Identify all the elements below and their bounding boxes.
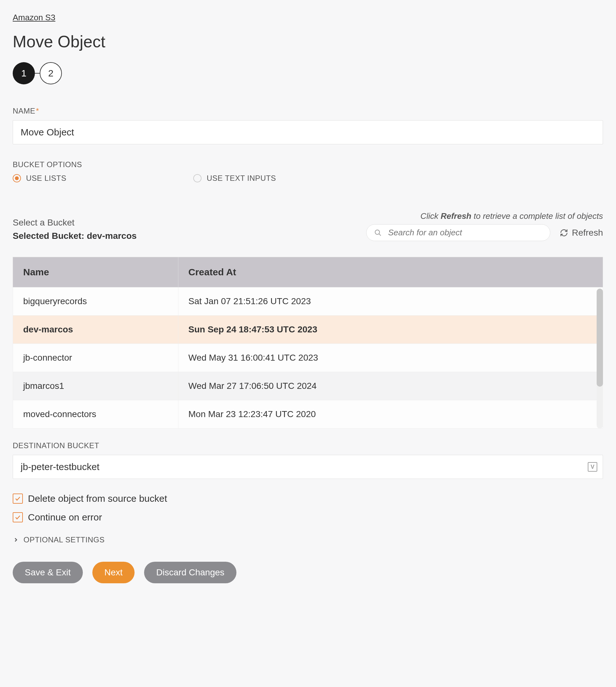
cell-name: jb-connector bbox=[13, 344, 178, 372]
required-star-icon: * bbox=[36, 107, 39, 115]
cell-created: Wed May 31 16:00:41 UTC 2023 bbox=[178, 344, 603, 372]
table-row[interactable]: moved-connectorsMon Mar 23 12:23:47 UTC … bbox=[13, 400, 603, 429]
refresh-icon bbox=[560, 229, 568, 237]
table-row[interactable]: dev-marcosSun Sep 24 18:47:53 UTC 2023 bbox=[13, 316, 603, 344]
selected-bucket-label: Selected Bucket: dev-marcos bbox=[13, 231, 137, 241]
radio-use-lists-label: USE LISTS bbox=[26, 174, 66, 183]
checkbox-icon bbox=[13, 512, 23, 522]
save-exit-button[interactable]: Save & Exit bbox=[13, 562, 83, 583]
scrollbar-thumb[interactable] bbox=[597, 289, 603, 387]
search-input[interactable] bbox=[388, 228, 542, 237]
cell-name: jbmarcos1 bbox=[13, 372, 178, 400]
checkbox-delete-source[interactable]: Delete object from source bucket bbox=[13, 493, 603, 504]
radio-use-text-inputs[interactable]: USE TEXT INPUTS bbox=[193, 174, 276, 183]
chevron-right-icon bbox=[13, 537, 19, 543]
name-label: NAME* bbox=[13, 107, 603, 115]
cell-name: moved-connectors bbox=[13, 400, 178, 429]
breadcrumb-link[interactable]: Amazon S3 bbox=[13, 13, 55, 23]
radio-icon bbox=[193, 174, 201, 182]
radio-icon bbox=[13, 174, 21, 182]
destination-bucket-input[interactable] bbox=[13, 455, 603, 479]
cell-created: Wed Mar 27 17:06:50 UTC 2024 bbox=[178, 372, 603, 400]
optional-settings-label: OPTIONAL SETTINGS bbox=[23, 535, 105, 544]
svg-line-1 bbox=[379, 234, 381, 236]
optional-settings-toggle[interactable]: OPTIONAL SETTINGS bbox=[13, 535, 603, 544]
radio-use-text-inputs-label: USE TEXT INPUTS bbox=[206, 174, 276, 183]
select-bucket-label: Select a Bucket bbox=[13, 217, 137, 228]
cell-created: Sun Sep 24 18:47:53 UTC 2023 bbox=[178, 316, 603, 344]
checkbox-icon bbox=[13, 494, 23, 504]
table-row[interactable]: bigqueryrecordsSat Jan 07 21:51:26 UTC 2… bbox=[13, 288, 603, 316]
checkbox-continue-on-error-label: Continue on error bbox=[28, 512, 102, 523]
col-header-created[interactable]: Created At bbox=[178, 257, 603, 288]
stepper: 1 2 bbox=[13, 62, 603, 84]
step-2[interactable]: 2 bbox=[40, 62, 62, 84]
discard-button[interactable]: Discard Changes bbox=[144, 562, 237, 583]
checkbox-delete-source-label: Delete object from source bucket bbox=[28, 493, 167, 504]
bucket-options-label: BUCKET OPTIONS bbox=[13, 160, 603, 169]
next-button[interactable]: Next bbox=[92, 562, 135, 583]
search-box[interactable] bbox=[366, 224, 550, 241]
radio-use-lists[interactable]: USE LISTS bbox=[13, 174, 66, 183]
table-row[interactable]: jb-connectorWed May 31 16:00:41 UTC 2023 bbox=[13, 344, 603, 372]
bucket-table: Name Created At bigqueryrecordsSat Jan 0… bbox=[13, 257, 603, 429]
cell-name: dev-marcos bbox=[13, 316, 178, 344]
step-connector bbox=[35, 73, 40, 74]
destination-bucket-label: DESTINATION BUCKET bbox=[13, 441, 603, 450]
scrollbar[interactable] bbox=[597, 289, 603, 429]
col-header-name[interactable]: Name bbox=[13, 257, 178, 288]
step-1[interactable]: 1 bbox=[13, 62, 35, 84]
search-icon bbox=[374, 229, 382, 237]
variable-badge-icon[interactable]: V bbox=[588, 462, 597, 472]
refresh-hint: Click Refresh to retrieve a complete lis… bbox=[366, 211, 603, 221]
cell-name: bigqueryrecords bbox=[13, 288, 178, 316]
cell-created: Mon Mar 23 12:23:47 UTC 2020 bbox=[178, 400, 603, 429]
checkbox-continue-on-error[interactable]: Continue on error bbox=[13, 512, 603, 523]
cell-created: Sat Jan 07 21:51:26 UTC 2023 bbox=[178, 288, 603, 316]
name-input[interactable] bbox=[13, 120, 603, 144]
refresh-button[interactable]: Refresh bbox=[560, 228, 603, 238]
table-row[interactable]: jbmarcos1Wed Mar 27 17:06:50 UTC 2024 bbox=[13, 372, 603, 400]
svg-point-0 bbox=[375, 230, 379, 234]
page-title: Move Object bbox=[13, 32, 603, 51]
